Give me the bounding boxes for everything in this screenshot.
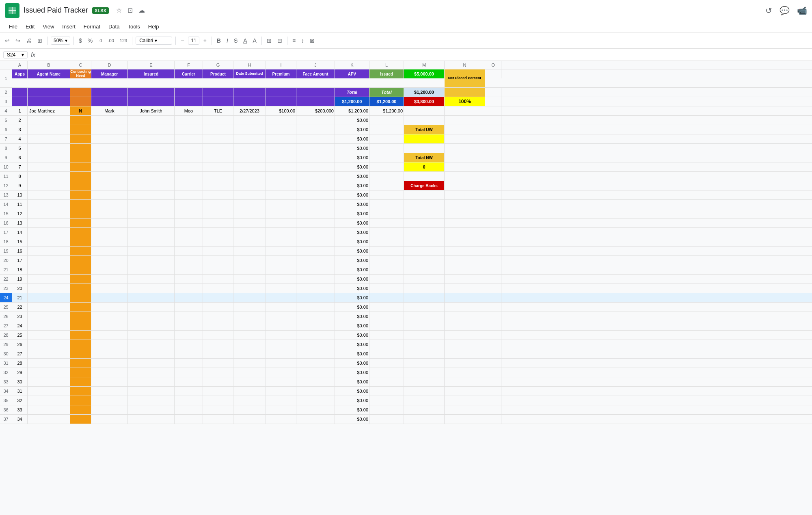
cell-o4[interactable]	[485, 106, 501, 115]
cell-h1[interactable]: Date Submitted	[233, 69, 266, 78]
cell-m-32[interactable]	[404, 368, 445, 377]
cell-l-11[interactable]	[369, 172, 404, 181]
cell-i-30[interactable]	[266, 349, 296, 358]
cell-b-29[interactable]	[28, 340, 70, 349]
cell-f-28[interactable]	[175, 331, 203, 340]
cell-h-22[interactable]	[233, 275, 266, 283]
cell-h-35[interactable]	[233, 396, 266, 405]
col-header-g[interactable]: G	[203, 61, 233, 69]
cell-i-34[interactable]	[266, 387, 296, 396]
cell-c-17[interactable]	[70, 228, 91, 237]
cell-i-17[interactable]	[266, 228, 296, 237]
cell-n-34[interactable]	[445, 387, 485, 396]
cell-k-9[interactable]: $0.00	[335, 153, 369, 162]
cell-b-14[interactable]	[28, 200, 70, 209]
cell-j-11[interactable]	[296, 172, 335, 181]
cell-g-6[interactable]	[203, 125, 233, 134]
cell-h-28[interactable]	[233, 331, 266, 340]
menu-format[interactable]: Format	[80, 23, 104, 30]
cell-d-28[interactable]	[91, 331, 128, 340]
cell-g-22[interactable]	[203, 275, 233, 283]
cell-m-11[interactable]	[404, 172, 445, 181]
cell-b-37[interactable]	[28, 415, 70, 424]
cell-c-29[interactable]	[70, 340, 91, 349]
cell-o-33[interactable]	[485, 377, 501, 386]
cell-f-5[interactable]	[175, 116, 203, 125]
cell-k-34[interactable]: $0.00	[335, 387, 369, 396]
cell-k-12[interactable]: $0.00	[335, 181, 369, 190]
cell-a2[interactable]	[12, 88, 28, 97]
cell-b-35[interactable]	[28, 396, 70, 405]
cell-a-13[interactable]: 10	[12, 190, 28, 199]
cell-l-8[interactable]	[369, 144, 404, 153]
cell-n-27[interactable]	[445, 321, 485, 330]
cell-k-8[interactable]: $0.00	[335, 144, 369, 153]
cell-c-25[interactable]	[70, 303, 91, 312]
cell-d3[interactable]	[91, 97, 128, 106]
cell-h-19[interactable]	[233, 247, 266, 255]
cell-o-7[interactable]	[485, 134, 501, 143]
cell-a-10[interactable]: 7	[12, 162, 28, 171]
cell-h-21[interactable]	[233, 265, 266, 274]
format-123-button[interactable]: 123	[118, 37, 129, 44]
cell-f-34[interactable]	[175, 387, 203, 396]
cell-b-11[interactable]	[28, 172, 70, 181]
cell-o-9[interactable]	[485, 153, 501, 162]
cell-n-24[interactable]	[445, 293, 485, 302]
cell-m-15[interactable]	[404, 209, 445, 218]
cell-i-23[interactable]	[266, 284, 296, 293]
cell-b-23[interactable]	[28, 284, 70, 293]
cell-o-30[interactable]	[485, 349, 501, 358]
cell-j-35[interactable]	[296, 396, 335, 405]
cell-d-29[interactable]	[91, 340, 128, 349]
cell-k1[interactable]: APV	[335, 69, 369, 78]
cell-g4[interactable]: TLE	[203, 106, 233, 115]
cell-g-36[interactable]	[203, 405, 233, 414]
cell-g-31[interactable]	[203, 359, 233, 368]
cell-d-20[interactable]	[91, 256, 128, 265]
cell-f-24[interactable]	[175, 293, 203, 302]
cell-a-30[interactable]: 27	[12, 349, 28, 358]
cell-k-31[interactable]: $0.00	[335, 359, 369, 368]
cell-b3[interactable]	[28, 97, 70, 106]
cell-h-9[interactable]	[233, 153, 266, 162]
cell-h-36[interactable]	[233, 405, 266, 414]
cell-g-9[interactable]	[203, 153, 233, 162]
cell-n-33[interactable]	[445, 377, 485, 386]
cell-d-11[interactable]	[91, 172, 128, 181]
cell-a-11[interactable]: 8	[12, 172, 28, 181]
cell-f-10[interactable]	[175, 162, 203, 171]
cell-d-24[interactable]	[91, 293, 128, 302]
cell-n-25[interactable]	[445, 303, 485, 312]
cell-f-26[interactable]	[175, 312, 203, 321]
cell-l-36[interactable]	[369, 405, 404, 414]
cell-c-12[interactable]	[70, 181, 91, 190]
merge-button[interactable]: ⊟	[276, 37, 284, 45]
cell-f-12[interactable]	[175, 181, 203, 190]
cell-f-21[interactable]	[175, 265, 203, 274]
cell-m-36[interactable]	[404, 405, 445, 414]
cell-n-31[interactable]	[445, 359, 485, 368]
cell-n-7[interactable]	[445, 134, 485, 143]
cell-c-15[interactable]	[70, 209, 91, 218]
cell-k-6[interactable]: $0.00	[335, 125, 369, 134]
cell-k-15[interactable]: $0.00	[335, 209, 369, 218]
cell-a-32[interactable]: 29	[12, 368, 28, 377]
cell-o-22[interactable]	[485, 275, 501, 283]
cell-b-10[interactable]	[28, 162, 70, 171]
cell-a-5[interactable]: 2	[12, 116, 28, 125]
cell-c-36[interactable]	[70, 405, 91, 414]
cell-d-35[interactable]	[91, 396, 128, 405]
cell-g-27[interactable]	[203, 321, 233, 330]
cell-c-34[interactable]	[70, 387, 91, 396]
cell-m-27[interactable]	[404, 321, 445, 330]
print-button[interactable]: 🖨	[24, 37, 33, 45]
cell-k-17[interactable]: $0.00	[335, 228, 369, 237]
cell-e-6[interactable]	[128, 125, 175, 134]
cell-k-11[interactable]: $0.00	[335, 172, 369, 181]
star-icon[interactable]: ☆	[116, 6, 122, 14]
cell-h4[interactable]: 2/27/2023	[233, 106, 266, 115]
cell-m-29[interactable]	[404, 340, 445, 349]
cell-h-33[interactable]	[233, 377, 266, 386]
cell-f-31[interactable]	[175, 359, 203, 368]
